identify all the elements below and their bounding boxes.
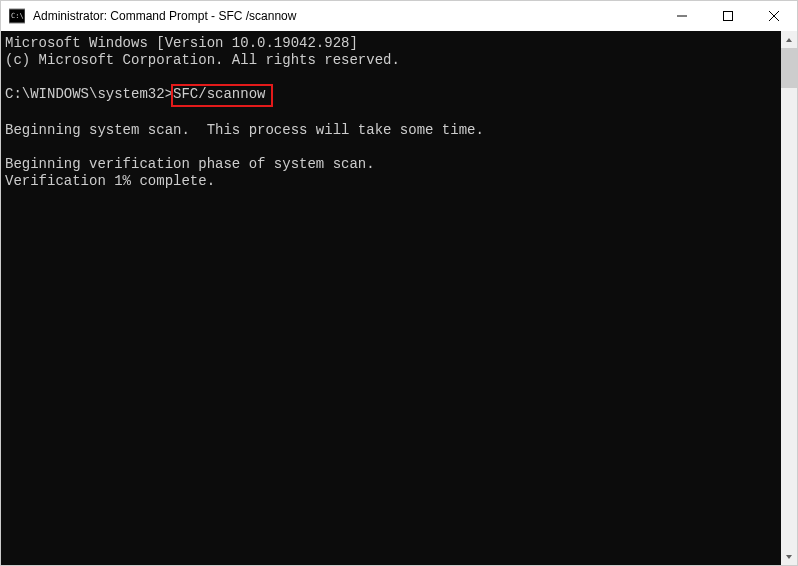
output-line: (c) Microsoft Corporation. All rights re… — [5, 52, 400, 68]
output-line: Beginning system scan. This process will… — [5, 122, 484, 138]
window-title: Administrator: Command Prompt - SFC /sca… — [33, 9, 296, 23]
scroll-thumb[interactable] — [781, 48, 797, 88]
vertical-scrollbar[interactable] — [781, 31, 797, 565]
terminal-output[interactable]: Microsoft Windows [Version 10.0.19042.92… — [1, 31, 781, 565]
prompt-prefix: C:\WINDOWS\system32> — [5, 86, 173, 102]
minimize-icon — [677, 11, 687, 21]
svg-rect-3 — [724, 12, 733, 21]
close-icon — [769, 11, 779, 21]
svg-text:C:\: C:\ — [11, 12, 24, 20]
output-line: Microsoft Windows [Version 10.0.19042.92… — [5, 35, 358, 51]
minimize-button[interactable] — [659, 1, 705, 31]
scroll-track[interactable] — [781, 48, 797, 548]
titlebar-left: C:\ Administrator: Command Prompt - SFC … — [1, 8, 296, 24]
terminal-area: Microsoft Windows [Version 10.0.19042.92… — [1, 31, 797, 565]
close-button[interactable] — [751, 1, 797, 31]
maximize-icon — [723, 11, 733, 21]
command-prompt-window: C:\ Administrator: Command Prompt - SFC … — [1, 1, 797, 565]
cmd-icon: C:\ — [9, 8, 25, 24]
highlighted-command: SFC/scannow — [173, 86, 271, 105]
scroll-down-arrow-icon[interactable] — [781, 548, 797, 565]
command-text: SFC/scannow — [173, 86, 265, 102]
scroll-up-arrow-icon[interactable] — [781, 31, 797, 48]
window-controls — [659, 1, 797, 31]
svg-marker-7 — [786, 555, 792, 559]
titlebar[interactable]: C:\ Administrator: Command Prompt - SFC … — [1, 1, 797, 31]
maximize-button[interactable] — [705, 1, 751, 31]
svg-marker-6 — [786, 38, 792, 42]
output-line: Verification 1% complete. — [5, 173, 215, 189]
output-line: Beginning verification phase of system s… — [5, 156, 375, 172]
